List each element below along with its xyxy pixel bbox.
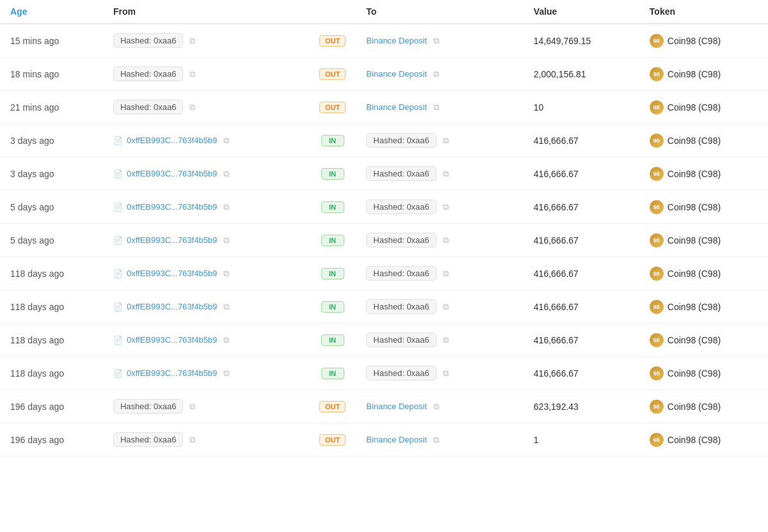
- table-row: 21 mins agoHashed: 0xaa6⧉OUTBinance Depo…: [0, 91, 768, 124]
- copy-from-icon[interactable]: ⧉: [189, 36, 195, 46]
- copy-to-icon[interactable]: ⧉: [443, 202, 449, 212]
- from-cell: 📄0xffEB993C...763f4b5b9⧉: [103, 224, 309, 257]
- doc-icon: 📄: [113, 169, 123, 178]
- from-tx-link[interactable]: 0xffEB993C...763f4b5b9: [127, 368, 217, 378]
- copy-from-icon[interactable]: ⧉: [223, 269, 229, 279]
- value-cell: 1: [524, 423, 639, 457]
- value-cell: 416,666.67: [524, 324, 639, 357]
- to-named-link[interactable]: Binance Deposit: [366, 102, 427, 112]
- copy-from-icon[interactable]: ⧉: [223, 136, 229, 146]
- copy-from-icon[interactable]: ⧉: [189, 435, 195, 445]
- direction-column-header: [309, 0, 356, 24]
- from-tx-link[interactable]: 0xffEB993C...763f4b5b9: [127, 136, 217, 145]
- token-icon: 98: [650, 400, 664, 414]
- copy-to-icon[interactable]: ⧉: [433, 36, 439, 46]
- from-column-header: From: [103, 0, 309, 24]
- doc-icon: 📄: [113, 136, 123, 145]
- direction-cell: OUT: [309, 24, 356, 58]
- age-value: 118 days ago: [10, 335, 64, 345]
- from-cell: 📄0xffEB993C...763f4b5b9⧉: [103, 124, 309, 157]
- value-amount: 1: [534, 435, 539, 445]
- to-cell: Hashed: 0xaa6⧉: [356, 157, 523, 191]
- value-amount: 416,666.67: [534, 302, 579, 312]
- copy-from-icon[interactable]: ⧉: [223, 169, 229, 179]
- copy-to-icon[interactable]: ⧉: [443, 269, 449, 279]
- to-cell: Hashed: 0xaa6⧉: [356, 290, 523, 324]
- to-hashed-badge: Hashed: 0xaa6: [366, 133, 436, 148]
- direction-cell: IN: [309, 357, 356, 390]
- direction-cell: IN: [309, 224, 356, 257]
- token-icon: 98: [650, 167, 664, 181]
- age-value: 3 days ago: [10, 169, 54, 179]
- doc-icon: 📄: [113, 236, 123, 245]
- value-cell: 2,000,156.81: [524, 58, 639, 91]
- transactions-table: Age From To Value Token 15 mins agoHashe…: [0, 0, 768, 457]
- from-tx-link[interactable]: 0xffEB993C...763f4b5b9: [127, 269, 217, 278]
- value-cell: 416,666.67: [524, 357, 639, 390]
- copy-to-icon[interactable]: ⧉: [443, 169, 449, 179]
- copy-from-icon[interactable]: ⧉: [223, 235, 229, 246]
- value-amount: 416,666.67: [534, 335, 579, 345]
- token-icon: 98: [650, 300, 664, 314]
- copy-to-icon[interactable]: ⧉: [443, 368, 449, 379]
- from-tx-link[interactable]: 0xffEB993C...763f4b5b9: [127, 335, 217, 345]
- from-cell: 📄0xffEB993C...763f4b5b9⧉: [103, 357, 309, 390]
- table-row: 3 days ago📄0xffEB993C...763f4b5b9⧉INHash…: [0, 157, 768, 191]
- copy-to-icon[interactable]: ⧉: [443, 335, 449, 345]
- copy-to-icon[interactable]: ⧉: [443, 136, 449, 146]
- from-tx-link[interactable]: 0xffEB993C...763f4b5b9: [127, 235, 217, 245]
- copy-to-icon[interactable]: ⧉: [443, 302, 449, 312]
- token-cell: 98Coin98 (C98): [639, 58, 768, 91]
- copy-to-icon[interactable]: ⧉: [433, 402, 439, 412]
- copy-to-icon[interactable]: ⧉: [443, 235, 449, 246]
- from-tx-link[interactable]: 0xffEB993C...763f4b5b9: [127, 302, 217, 311]
- age-value: 5 days ago: [10, 202, 54, 212]
- table-row: 118 days ago📄0xffEB993C...763f4b5b9⧉INHa…: [0, 324, 768, 357]
- direction-badge: IN: [321, 235, 344, 246]
- table-row: 118 days ago📄0xffEB993C...763f4b5b9⧉INHa…: [0, 357, 768, 390]
- copy-from-icon[interactable]: ⧉: [189, 402, 195, 412]
- direction-badge: OUT: [319, 35, 346, 47]
- copy-from-icon[interactable]: ⧉: [189, 102, 195, 113]
- copy-from-icon[interactable]: ⧉: [223, 202, 229, 212]
- copy-to-icon[interactable]: ⧉: [433, 102, 439, 113]
- from-cell: Hashed: 0xaa6⧉: [103, 24, 309, 58]
- value-cell: 416,666.67: [524, 124, 639, 157]
- token-icon: 98: [650, 433, 664, 447]
- direction-badge: IN: [321, 268, 344, 279]
- to-named-link[interactable]: Binance Deposit: [366, 402, 427, 411]
- to-named-link[interactable]: Binance Deposit: [366, 435, 427, 444]
- hashed-badge: Hashed: 0xaa6: [113, 100, 183, 114]
- copy-from-icon[interactable]: ⧉: [223, 335, 229, 345]
- token-cell: 98Coin98 (C98): [639, 290, 768, 324]
- token-label: Coin98 (C98): [668, 269, 721, 279]
- token-cell: 98Coin98 (C98): [639, 124, 768, 157]
- to-named-link[interactable]: Binance Deposit: [366, 36, 427, 45]
- copy-from-icon[interactable]: ⧉: [189, 69, 195, 79]
- copy-from-icon[interactable]: ⧉: [223, 302, 229, 312]
- from-tx-link[interactable]: 0xffEB993C...763f4b5b9: [127, 169, 217, 178]
- from-cell: Hashed: 0xaa6⧉: [103, 390, 309, 423]
- to-named-link[interactable]: Binance Deposit: [366, 69, 427, 79]
- value-amount: 14,649,769.15: [534, 36, 591, 46]
- direction-badge: OUT: [319, 401, 346, 412]
- value-amount: 2,000,156.81: [534, 69, 586, 79]
- age-value: 196 days ago: [10, 435, 64, 445]
- token-cell: 98Coin98 (C98): [639, 423, 768, 457]
- from-cell: Hashed: 0xaa6⧉: [103, 91, 309, 124]
- table-row: 5 days ago📄0xffEB993C...763f4b5b9⧉INHash…: [0, 224, 768, 257]
- hashed-badge: Hashed: 0xaa6: [113, 399, 183, 414]
- copy-to-icon[interactable]: ⧉: [433, 69, 439, 79]
- age-value: 3 days ago: [10, 136, 54, 146]
- direction-cell: OUT: [309, 58, 356, 91]
- direction-badge: OUT: [319, 434, 346, 446]
- direction-badge: OUT: [319, 68, 346, 80]
- copy-from-icon[interactable]: ⧉: [223, 368, 229, 379]
- from-tx-link[interactable]: 0xffEB993C...763f4b5b9: [127, 202, 217, 212]
- value-cell: 416,666.67: [524, 191, 639, 224]
- age-cell: 18 mins ago: [0, 58, 103, 91]
- copy-to-icon[interactable]: ⧉: [433, 435, 439, 445]
- table-row: 118 days ago📄0xffEB993C...763f4b5b9⧉INHa…: [0, 257, 768, 290]
- age-column-header[interactable]: Age: [0, 0, 103, 24]
- direction-cell: IN: [309, 124, 356, 157]
